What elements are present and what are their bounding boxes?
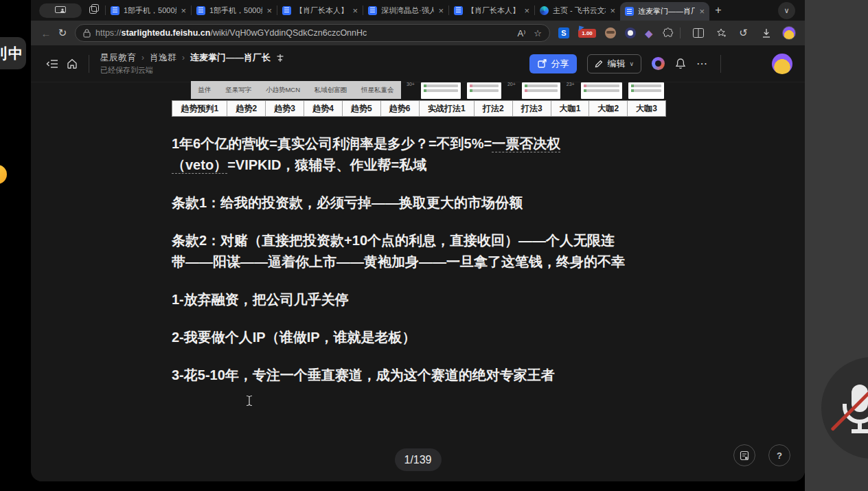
extensions-row: S 1.00 ◆ [558,27,676,39]
tab-1[interactable]: 1部手机，5000好 × [106,0,191,21]
close-icon[interactable]: × [524,6,529,15]
pin-shortcut-icon[interactable] [276,54,284,62]
table-header-cell[interactable]: 打法3 [512,101,551,116]
header-divider [89,55,89,73]
thumbnail-card [628,82,664,99]
tab-4[interactable]: 深圳湾晶总·强人 × [363,0,448,21]
document-icon [740,450,749,461]
pencil-icon [595,60,603,68]
thumbnail-card [522,82,560,99]
paragraph-5: 2-我要做个人IP（谁做IP，谁就是老板） [172,327,683,348]
doc-outline-button[interactable] [733,444,755,466]
tab-actions-icon[interactable] [89,3,100,17]
text-cursor-ibeam [246,395,253,409]
table-header-cell[interactable]: 趋势4 [304,101,342,116]
table-header-cell[interactable]: 趋势预判1 [172,101,227,116]
table-header-cell[interactable]: 大咖1 [551,101,589,116]
band-label: 坚果写字 [225,86,251,95]
floating-widget-partial[interactable] [0,165,7,184]
recording-indicator: 刂中 [0,37,26,69]
tab-label: 深圳湾晶总·强人 [381,5,434,16]
close-icon[interactable]: × [181,6,186,15]
close-icon[interactable]: × [610,6,615,15]
p3-line2: 带——阳谋——逼着你上市——黄袍加身——一旦拿了这笔钱，终身的不幸 [172,251,683,273]
sidebar-toggle-icon[interactable] [46,59,58,69]
face-extension-icon[interactable] [625,27,636,38]
tab-active[interactable]: 连麦掌门——肖厂 × [620,2,709,21]
split-screen-icon[interactable] [692,28,705,38]
table-header-cell[interactable]: 趋势2 [227,101,265,116]
p1-underlined-text: 一票否决权 [492,136,560,152]
back-button[interactable]: ← [38,27,54,39]
table-header-cell[interactable]: 大咖3 [627,101,665,116]
gem-extension-icon[interactable]: ◆ [645,28,653,38]
paragraph-6: 3-花5-10年，专注一个垂直赛道，成为这个赛道的绝对专家王者 [172,365,683,386]
edit-button[interactable]: 编辑 ∨ [587,54,641,73]
extensions-puzzle-icon[interactable] [662,27,676,39]
header-divider [720,55,721,73]
favorite-star-icon[interactable]: ☆ [534,28,542,38]
table-header-cell[interactable]: 大咖2 [589,101,627,116]
user-avatar[interactable] [772,54,792,74]
table-header-cell[interactable]: 趋势5 [342,101,380,116]
tab-5[interactable]: 【肖厂长本人】重 × [449,0,534,21]
paragraph-1: 1年6个亿的营收=真实公司利润率是多少？=不到5%=一票否决权 （veto）=V… [172,133,683,176]
tab-2[interactable]: 1部手机，5000好 × [192,0,277,21]
presence-ring-icon[interactable] [652,57,665,70]
table-header-cell[interactable]: 实战打法1 [419,101,474,116]
p1-text: =VIPKID，猿辅导、作业帮=私域 [227,157,426,172]
refresh-button[interactable]: ↻ [54,27,71,39]
close-icon[interactable]: × [438,6,444,15]
close-icon[interactable]: × [352,6,358,15]
extension-s-icon[interactable]: S [558,27,569,38]
monkey-extension-icon[interactable] [605,27,616,38]
help-button[interactable]: ? [768,444,790,466]
tab-3[interactable]: 【肖厂长本人】重 × [277,0,363,21]
collections-icon[interactable] [714,27,728,38]
tab-label: 1部手机，5000好 [124,5,176,16]
page-indicator: 1/139 [394,448,441,471]
new-tab-button[interactable]: + [709,4,727,16]
home-icon[interactable] [67,58,78,69]
breadcrumb-item[interactable]: 星辰教育 [100,52,136,64]
more-menu-icon[interactable]: ⋯ [696,57,707,70]
close-icon[interactable]: × [266,6,272,15]
downloads-icon[interactable] [760,28,773,38]
url-host: starlightedu.feishu.cn [122,28,211,38]
screen-share-icon [55,6,66,14]
save-status: 已经保存到云端 [100,65,284,76]
edit-label: 编辑 [607,58,625,70]
breadcrumb-separator: › [182,53,185,62]
price-badge-extension-icon[interactable]: 1.00 [578,29,596,38]
history-icon[interactable]: ↺ [737,27,751,39]
table-header-cell[interactable]: 打法2 [474,101,512,116]
lark-icon [540,6,549,15]
url-path: /wiki/VqH0wGYddinQSdkCzn6czcOnnHc [210,28,367,38]
thumb-count: 23+ [567,82,575,87]
table-band-row: 益伴 坚果写字 小趋势MCN 私域创富圈 恒星私董会 [191,81,401,99]
table-header-cell[interactable]: 趋势3 [265,101,304,116]
share-button[interactable]: 分享 [529,54,577,73]
p1-text: 1年6个亿的营收=真实公司利润率是多少？=不到5%= [172,136,492,151]
workspace-pill-button[interactable] [39,3,82,18]
tab-overflow-button[interactable]: ∨ [778,2,795,19]
band-label: 私域创富圈 [315,86,347,95]
tab-label: 【肖厂长本人】重 [295,5,348,16]
lock-icon [83,29,91,38]
band-label: 恒星私董会 [361,86,394,95]
tab-6[interactable]: 主页 - 飞书云文档 × [535,0,620,21]
browser-profile-avatar[interactable] [782,26,796,40]
thumbnail-card [467,82,501,99]
address-bar[interactable]: https://starlightedu.feishu.cn/wiki/VqH0… [75,24,550,42]
read-aloud-icon[interactable]: A⁾ [517,28,525,38]
table-header-cell[interactable]: 趋势6 [380,101,419,116]
breadcrumb-item[interactable]: 肖逸群 [150,52,176,64]
doc-icon [625,7,634,16]
band-label: 益伴 [198,86,211,95]
notification-bell-icon[interactable] [675,58,686,69]
doc-icon [368,6,377,15]
close-icon[interactable]: × [699,7,705,16]
page-title: 连麦掌门——肖厂长 [190,52,271,64]
tab-label: 主页 - 飞书云文档 [553,5,606,16]
document-body[interactable]: 1年6个亿的营收=真实公司利润率是多少？=不到5%=一票否决权 （veto）=V… [172,133,683,402]
